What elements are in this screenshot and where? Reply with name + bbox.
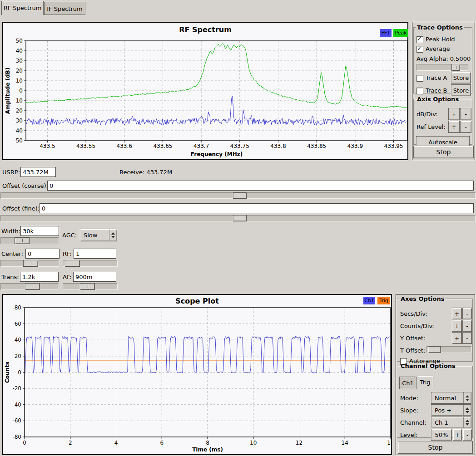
usrp-input[interactable] — [20, 167, 56, 177]
trans-slider-handle[interactable] — [25, 283, 40, 290]
svg-text:30: 30 — [16, 58, 23, 64]
average-checkbox[interactable] — [416, 46, 423, 53]
svg-text:-10: -10 — [14, 98, 23, 104]
trans-slider[interactable] — [0, 283, 59, 290]
avg-alpha-slider-handle[interactable] — [451, 64, 460, 71]
t-offset-slider-handle[interactable] — [428, 346, 441, 353]
af-gain-slider-handle[interactable] — [80, 283, 95, 290]
rf-side-panel: Trace Options Peak Hold Average Avg Alph… — [412, 22, 475, 160]
trace-options-title: Trace Options — [416, 24, 464, 31]
scope-plot-panel: Scope Plot Ch1 Trig 0246810121416-80-60-… — [2, 294, 392, 455]
af-gain-slider[interactable] — [63, 283, 118, 290]
svg-text:40: 40 — [15, 337, 21, 343]
svg-text:433.85: 433.85 — [307, 143, 326, 149]
ref-level-label: Ref Level: — [416, 123, 446, 130]
svg-text:433.8: 433.8 — [270, 143, 286, 149]
svg-text:433.75: 433.75 — [230, 143, 249, 149]
level-value-button[interactable]: 50% — [431, 429, 452, 441]
svg-text:10: 10 — [16, 78, 23, 84]
svg-text:0: 0 — [19, 88, 23, 94]
slope-selected-value: Pos + — [431, 407, 463, 414]
channel-select[interactable]: Ch 1 — [431, 417, 471, 428]
mode-label: Mode: — [400, 395, 418, 402]
ref-level-minus-button[interactable]: - — [460, 121, 471, 133]
width-slider-handle[interactable] — [15, 237, 30, 244]
ref-level-plus-button[interactable]: + — [448, 121, 460, 133]
trace-a-checkbox[interactable] — [416, 75, 423, 82]
svg-text:433.6: 433.6 — [117, 143, 132, 149]
slope-select[interactable]: Pos + — [431, 404, 471, 416]
rf-gain-slider[interactable] — [63, 260, 118, 267]
trace-options-group: Trace Options Peak Hold Average Avg Alph… — [413, 24, 472, 93]
level-minus-button[interactable]: - — [463, 429, 472, 441]
scope-stop-button[interactable]: Stop — [398, 441, 473, 454]
offset-fine-slider[interactable] — [0, 215, 476, 221]
svg-text:20: 20 — [16, 68, 23, 74]
svg-text:6: 6 — [160, 440, 164, 446]
svg-text:433.7: 433.7 — [193, 143, 209, 149]
offset-coarse-slider[interactable] — [0, 192, 476, 199]
channel-tab-ch1[interactable]: Ch1 — [399, 377, 416, 389]
secs-div-minus-button[interactable]: - — [462, 308, 472, 319]
svg-text:-40: -40 — [12, 402, 21, 408]
t-offset-label: T Offset: — [400, 347, 426, 354]
svg-text:433.95: 433.95 — [384, 143, 403, 149]
svg-text:-30: -30 — [14, 118, 23, 124]
offset-fine-slider-handle[interactable] — [233, 215, 247, 221]
svg-text:8: 8 — [206, 440, 209, 446]
offset-coarse-slider-handle[interactable] — [233, 192, 247, 199]
trans-input[interactable] — [20, 272, 59, 282]
af-gain-label: AF: — [63, 274, 72, 280]
trace-b-store-button[interactable]: Store — [451, 84, 471, 96]
svg-text:-20: -20 — [14, 108, 23, 114]
agc-selected-value: Slow — [80, 232, 109, 239]
svg-text:0: 0 — [18, 369, 21, 376]
usrp-label: USRP: — [2, 169, 20, 176]
db-div-plus-button[interactable]: + — [448, 108, 460, 120]
offset-fine-label: Offset (fine): — [2, 205, 40, 212]
tab-if-spectrum[interactable]: IF Spectrum — [44, 2, 85, 15]
axes-options-title: Axes Options — [399, 295, 446, 302]
level-plus-button[interactable]: + — [453, 429, 462, 441]
tab-rf-spectrum[interactable]: RF Spectrum — [1, 1, 44, 15]
trace-b-checkbox[interactable] — [416, 88, 423, 94]
application-window: RF Spectrum IF Spectrum RF Spectrum FFT … — [0, 0, 476, 456]
scope-side-panel: Axes Options Secs/Div: + - Counts/Div: +… — [396, 294, 475, 455]
svg-text:Amplitude (dB): Amplitude (dB) — [5, 68, 11, 114]
mode-selected-value: Normal — [431, 395, 463, 402]
slope-label: Slope: — [400, 407, 418, 414]
svg-text:2: 2 — [69, 440, 72, 446]
offset-fine-input[interactable] — [40, 203, 474, 213]
offset-coarse-input[interactable] — [47, 181, 474, 191]
rf-spectrum-plot-panel: RF Spectrum FFT Peak 433.5433.55433.6433… — [2, 22, 408, 160]
rf-stop-button[interactable]: Stop — [413, 146, 474, 158]
secs-div-plus-button[interactable]: + — [452, 308, 462, 319]
center-slider-handle[interactable] — [23, 260, 38, 267]
db-div-minus-button[interactable]: - — [460, 108, 471, 120]
channel-tab-trig[interactable]: Trig — [417, 376, 433, 389]
rf-gain-slider-handle[interactable] — [65, 260, 80, 267]
rf-gain-input[interactable] — [74, 249, 116, 259]
width-slider[interactable] — [0, 237, 59, 244]
y-offset-minus-button[interactable]: - — [462, 332, 472, 344]
channel-options-title: Channel Options — [399, 363, 457, 369]
center-label: Center: — [1, 250, 23, 257]
counts-div-minus-button[interactable]: - — [462, 320, 472, 332]
svg-text:12: 12 — [296, 440, 302, 446]
peak-hold-checkbox[interactable] — [416, 36, 423, 43]
offset-coarse-label: Offset (coarse): — [2, 182, 48, 189]
trace-a-store-button[interactable]: Store — [451, 72, 471, 83]
avg-alpha-slider[interactable] — [416, 64, 468, 71]
trace-b-label: Trace B — [426, 87, 447, 94]
agc-label: AGC: — [62, 232, 77, 239]
center-input[interactable] — [25, 249, 60, 259]
width-input[interactable] — [20, 226, 59, 236]
mode-select[interactable]: Normal — [431, 392, 471, 404]
af-gain-input[interactable] — [73, 272, 116, 282]
spinner-arrows-icon — [463, 417, 471, 428]
y-offset-plus-button[interactable]: + — [452, 332, 462, 344]
agc-select[interactable]: Slow — [80, 229, 117, 241]
counts-div-plus-button[interactable]: + — [452, 320, 462, 332]
t-offset-slider[interactable] — [426, 346, 471, 353]
center-slider[interactable] — [0, 260, 59, 267]
